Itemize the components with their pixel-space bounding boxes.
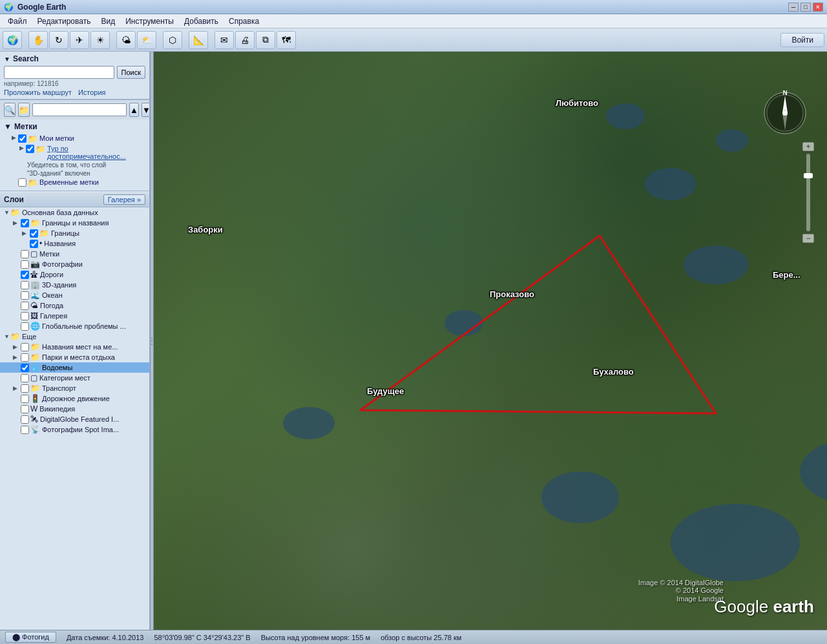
sidebar-search-box[interactable] <box>32 103 127 116</box>
layer-checkbox-17[interactable] <box>21 384 29 393</box>
menu-add[interactable]: Добавить <box>179 16 224 27</box>
places-arrow-icon: ▼ <box>4 122 12 131</box>
fotogid-button[interactable]: ⬤ Фотогид <box>5 632 56 643</box>
temp-label: Временные метки <box>39 178 99 186</box>
zoom-in-button[interactable]: + <box>802 142 814 151</box>
layer-item-4[interactable]: ▢Метки <box>0 249 149 259</box>
layer-checkbox-20[interactable] <box>21 415 29 424</box>
layer-item-14[interactable]: ▶📁Парки и места отдыха <box>0 352 149 362</box>
layer-icon-19: W <box>30 404 37 413</box>
nav-up-btn[interactable]: ▲ <box>129 103 139 117</box>
layer-arrow-2: ▶ <box>22 230 28 236</box>
menu-help[interactable]: Справка <box>224 16 264 27</box>
menu-tools[interactable]: Инструменты <box>120 16 179 27</box>
layer-checkbox-13[interactable] <box>21 343 29 351</box>
layer-item-20[interactable]: 🛰DigitalGlobe Featured I... <box>0 414 149 424</box>
layer-checkbox-5[interactable] <box>21 260 29 269</box>
maximize-button[interactable]: □ <box>801 3 811 12</box>
zoom-thumb[interactable] <box>804 173 813 178</box>
layer-item-2[interactable]: ▶📁Границы <box>0 228 149 238</box>
tour-note: Убедитесь в том, что слой "3D-здания" вк… <box>4 161 145 178</box>
layer-checkbox-1[interactable] <box>21 219 29 227</box>
layer-checkbox-18[interactable] <box>21 395 29 403</box>
tour-label[interactable]: Тур по достопримечательнос... <box>47 145 145 160</box>
toolbar-map2[interactable]: 🗺 <box>277 31 296 49</box>
my-places-icon: 📁 <box>28 134 37 143</box>
toolbar-move[interactable]: ✈ <box>70 31 89 49</box>
layer-item-11[interactable]: 🌐Глобальные проблемы ... <box>0 321 149 331</box>
tour-checkbox[interactable] <box>26 145 34 153</box>
route-link[interactable]: Проложить маршрут <box>4 88 72 96</box>
close-button[interactable]: ✕ <box>813 3 823 12</box>
layer-checkbox-21[interactable] <box>21 426 29 434</box>
search-button[interactable]: Поиск <box>117 66 145 79</box>
layer-checkbox-14[interactable] <box>21 353 29 362</box>
toolbar-sun2[interactable]: 🌤 <box>116 31 136 49</box>
layer-label-17: Транспорт <box>42 384 76 392</box>
my-places-item[interactable]: ▶ 📁 Мои метки <box>4 134 145 144</box>
history-link[interactable]: История <box>78 88 106 96</box>
layer-item-19[interactable]: WВикипедия <box>0 404 149 414</box>
toolbar-print[interactable]: 🖨 <box>235 31 255 49</box>
toolbar-polygon[interactable]: ⬡ <box>163 31 182 49</box>
nav-search-btn[interactable]: 🔍 <box>4 103 16 117</box>
layer-label-18: Дорожное движение <box>42 395 110 402</box>
search-title: Search <box>13 54 39 63</box>
temp-checkbox[interactable] <box>18 178 26 187</box>
menu-view[interactable]: Вид <box>96 16 120 27</box>
layer-item-21[interactable]: 📡Фотографии Spot Ima... <box>0 424 149 435</box>
layer-checkbox-10[interactable] <box>21 312 29 320</box>
nav-folder-btn[interactable]: 📁 <box>18 103 30 117</box>
toolbar-cloud[interactable]: ⛅ <box>137 31 156 49</box>
zoom-slider[interactable] <box>806 154 810 231</box>
layer-item-18[interactable]: 🚦Дорожное движение <box>0 393 149 404</box>
layer-checkbox-2[interactable] <box>30 229 38 238</box>
layer-item-10[interactable]: 🖼Галерея <box>0 311 149 321</box>
layer-item-9[interactable]: 🌤Погода <box>0 300 149 311</box>
toolbar-ruler[interactable]: 📐 <box>189 31 208 49</box>
search-header[interactable]: ▼ Search <box>4 54 145 63</box>
layer-item-16[interactable]: ▢Категории мест <box>0 373 149 383</box>
map-area[interactable]: Любитово Заборки Проказово Бухалово Буду… <box>154 52 827 630</box>
my-places-checkbox[interactable] <box>18 134 26 143</box>
layer-checkbox-9[interactable] <box>21 302 29 310</box>
temp-places-item[interactable]: 📁 Временные метки <box>4 178 145 188</box>
layer-item-6[interactable]: 🛣Дороги <box>0 269 149 280</box>
nav-down-btn[interactable]: ▼ <box>141 103 150 117</box>
layer-item-12[interactable]: ▼📁Еще <box>0 331 149 342</box>
toolbar-sun[interactable]: ☀ <box>90 31 110 49</box>
menu-file[interactable]: Файл <box>3 16 32 27</box>
layer-item-17[interactable]: ▶📁Транспорт <box>0 383 149 393</box>
zoom-out-button[interactable]: − <box>802 234 814 243</box>
layer-item-1[interactable]: ▶📁Границы и названия <box>0 218 149 228</box>
layer-checkbox-16[interactable] <box>21 374 29 382</box>
menu-edit[interactable]: Редактировать <box>32 16 96 27</box>
layer-checkbox-19[interactable] <box>21 405 29 413</box>
layer-item-15[interactable]: 💧Водоемы <box>0 362 149 373</box>
layer-checkbox-8[interactable] <box>21 291 29 300</box>
layer-item-5[interactable]: 📷Фотографии <box>0 259 149 269</box>
search-input[interactable] <box>4 66 114 79</box>
layer-item-13[interactable]: ▶📁Названия мест на ме... <box>0 342 149 352</box>
layer-item-8[interactable]: 🌊Океан <box>0 290 149 300</box>
tour-item[interactable]: ▶ 📁 Тур по достопримечательнос... <box>4 144 145 161</box>
toolbar-copy[interactable]: ⧉ <box>256 31 275 49</box>
layer-item-3[interactable]: •Названия <box>0 238 149 249</box>
layer-checkbox-11[interactable] <box>21 322 29 331</box>
toolbar-globe[interactable]: 🌍 <box>3 31 22 49</box>
layer-item-0[interactable]: ▼📁Основная база данных <box>0 207 149 218</box>
layer-checkbox-7[interactable] <box>21 281 29 289</box>
login-button[interactable]: Войти <box>780 33 824 47</box>
toolbar-email[interactable]: ✉ <box>215 31 234 49</box>
layer-item-7[interactable]: 🏢3D-здания <box>0 280 149 290</box>
layer-checkbox-6[interactable] <box>21 271 29 279</box>
toolbar-rotate[interactable]: ↻ <box>49 31 68 49</box>
gallery-button[interactable]: Галерея » <box>103 194 145 205</box>
layer-label-2: Границы <box>51 229 79 237</box>
layer-checkbox-15[interactable] <box>21 364 29 372</box>
layer-checkbox-3[interactable] <box>30 240 38 248</box>
layer-checkbox-4[interactable] <box>21 250 29 258</box>
minimize-button[interactable]: ─ <box>788 3 799 12</box>
toolbar-hand[interactable]: ✋ <box>28 31 48 49</box>
layer-icon-21: 📡 <box>30 425 40 434</box>
